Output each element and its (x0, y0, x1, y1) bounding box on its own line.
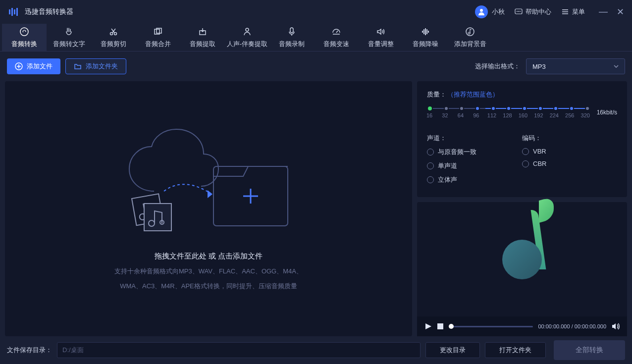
tab-audio-convert[interactable]: 音频转换 (2, 24, 47, 51)
tab-volume[interactable]: 音量调整 (359, 24, 403, 51)
tab-label: 音频合并 (145, 40, 171, 49)
quality-hint: （推荐范围蓝色） (447, 90, 499, 99)
progress-bar[interactable] (449, 326, 533, 327)
radio-channel-stereo[interactable]: 立体声 (427, 175, 522, 184)
hamburger-icon (561, 8, 569, 16)
tab-label: 音频转换 (11, 40, 37, 49)
tab-noise-reduce[interactable]: 音频降噪 (403, 24, 448, 51)
chat-icon (515, 8, 523, 16)
tab-label: 音量调整 (368, 40, 394, 49)
side-panel: 质量： （推荐范围蓝色） 1632 6496 (417, 81, 627, 336)
tab-audio-record[interactable]: 音频录制 (269, 24, 314, 51)
main-content: 拖拽文件至此处 或 点击添加文件 支持十余种音频格式向MP3、WAV、FLAC、… (0, 81, 632, 336)
change-dir-button[interactable]: 更改目录 (425, 342, 480, 358)
close-button[interactable]: ✕ (617, 6, 624, 17)
svg-rect-23 (426, 29, 427, 34)
output-format-select[interactable]: MP3 (526, 58, 625, 74)
tab-audio-to-text[interactable]: 音频转文字 (47, 24, 91, 51)
toolbar: 添加文件 添加文件夹 选择输出格式： MP3 (0, 52, 632, 81)
svg-rect-24 (428, 31, 429, 33)
channel-group: 声道： 与原音频一致 单声道 立体声 (427, 134, 522, 189)
convert-all-button[interactable]: 全部转换 (554, 340, 625, 360)
help-center-button[interactable]: 帮助中心 (515, 7, 551, 16)
svg-point-4 (480, 9, 483, 12)
toolbar-right: 选择输出格式： MP3 (475, 58, 625, 74)
radio-encoding-vbr[interactable]: VBR (522, 148, 617, 155)
tab-audio-merge[interactable]: 音频合并 (136, 24, 180, 51)
svg-point-14 (114, 32, 117, 35)
tab-label: 人声-伴奏提取 (227, 40, 267, 49)
person-icon (242, 27, 252, 37)
play-button[interactable] (424, 322, 432, 330)
save-path-input[interactable]: D:/桌面 (57, 342, 421, 358)
tab-label: 添加背景音 (454, 40, 486, 49)
tab-label: 音频剪切 (101, 40, 126, 49)
encoding-title: 编码： (522, 134, 617, 143)
svg-point-8 (520, 11, 521, 12)
add-folder-button[interactable]: 添加文件夹 (65, 58, 126, 74)
app-logo-icon (8, 6, 19, 17)
quality-title: 质量： （推荐范围蓝色） (427, 90, 617, 99)
options-row: 声道： 与原音频一致 单声道 立体声 编码： VBR CBR (427, 134, 617, 189)
titlebar: 迅捷音频转换器 小秋 帮助中心 菜单 — ✕ (0, 0, 632, 24)
quality-slider[interactable]: 1632 6496 112128 160192 224256 320 (427, 105, 590, 120)
drop-text-sub1: 支持十余种音频格式向MP3、WAV、FLAC、AAC、OGG、M4A、 (114, 267, 303, 276)
preview-box: 00:00:00.000 / 00:00:00.000 (417, 202, 627, 336)
tab-audio-cut[interactable]: 音频剪切 (91, 24, 136, 51)
volume-button[interactable] (611, 322, 620, 331)
tab-vocal-separate[interactable]: 人声-伴奏提取 (225, 24, 269, 51)
radio-encoding-cbr[interactable]: CBR (522, 160, 617, 167)
svg-point-18 (246, 28, 249, 31)
radio-channel-same[interactable]: 与原音频一致 (427, 148, 522, 156)
speed-icon (331, 27, 341, 37)
quality-slider-row: 1632 6496 112128 160192 224256 320 16kbi… (427, 105, 617, 120)
mic-icon (287, 27, 297, 37)
minimize-button[interactable]: — (599, 6, 608, 17)
quality-settings: 质量： （推荐范围蓝色） 1632 6496 (417, 81, 627, 197)
volume-icon (376, 27, 386, 37)
time-display: 00:00:00.000 / 00:00:00.000 (538, 323, 606, 329)
drop-text-main: 拖拽文件至此处 或 点击添加文件 (155, 252, 263, 261)
tab-label: 音频转文字 (53, 40, 85, 49)
format-label: 选择输出格式： (475, 62, 520, 71)
svg-rect-3 (16, 8, 18, 16)
menu-button[interactable]: 菜单 (561, 7, 585, 16)
svg-point-13 (110, 32, 113, 35)
music-note-icon (502, 240, 542, 279)
slider-thumb[interactable] (427, 105, 433, 111)
svg-rect-2 (14, 9, 15, 14)
open-folder-button[interactable]: 打开文件夹 (485, 342, 546, 358)
chevron-down-icon (614, 65, 619, 68)
add-folder-label: 添加文件夹 (86, 62, 118, 71)
quality-unit: 16kbit/s (597, 109, 617, 116)
svg-point-12 (20, 28, 28, 36)
quality-label: 质量： (427, 90, 446, 99)
svg-rect-0 (9, 9, 10, 14)
username: 小秋 (492, 7, 505, 16)
progress-thumb[interactable] (449, 324, 454, 329)
add-file-button[interactable]: 添加文件 (7, 58, 60, 74)
svg-rect-9 (562, 9, 568, 10)
drop-illustration (114, 127, 303, 236)
drop-zone[interactable]: 拖拽文件至此处 或 点击添加文件 支持十余种音频格式向MP3、WAV、FLAC、… (5, 81, 412, 336)
plus-circle-icon (15, 62, 23, 70)
svg-rect-35 (437, 323, 443, 329)
convert-icon (19, 27, 29, 37)
stop-button[interactable] (437, 323, 444, 330)
menu-label: 菜单 (572, 7, 585, 16)
svg-rect-22 (425, 28, 426, 35)
titlebar-left: 迅捷音频转换器 (8, 6, 73, 17)
radio-channel-mono[interactable]: 单声道 (427, 161, 522, 170)
tab-audio-speed[interactable]: 音频变速 (314, 24, 359, 51)
user-info[interactable]: 小秋 (475, 5, 505, 18)
music-icon (465, 27, 475, 37)
format-value: MP3 (532, 63, 546, 70)
tab-add-bgm[interactable]: 添加背景音 (448, 24, 492, 51)
svg-point-7 (518, 11, 519, 12)
svg-rect-11 (562, 13, 568, 14)
app-title: 迅捷音频转换器 (25, 7, 73, 16)
window-controls: — ✕ (599, 6, 624, 17)
save-path-label: 文件保存目录： (7, 346, 52, 355)
tab-audio-extract[interactable]: 音频提取 (180, 24, 225, 51)
svg-rect-10 (562, 11, 568, 12)
